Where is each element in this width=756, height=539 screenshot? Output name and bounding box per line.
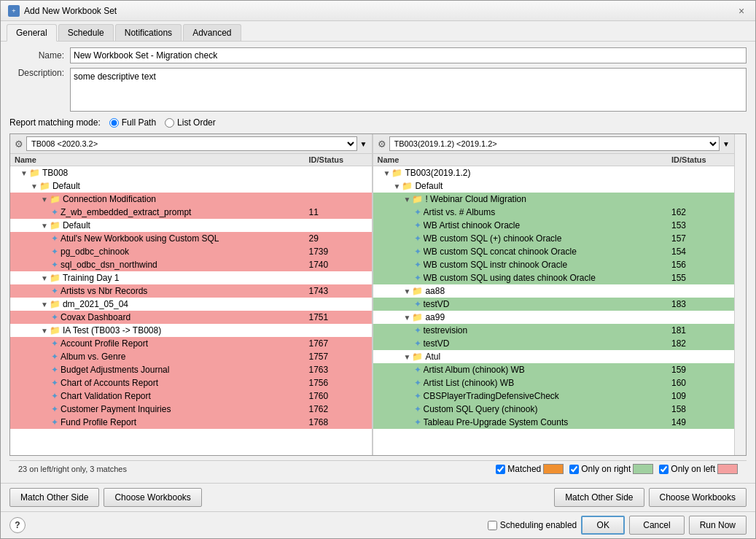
tree-row[interactable]: ▼📁! Webinar Cloud Migration — [373, 193, 735, 206]
tree-row[interactable]: ✦Z_wb_embedded_extract_prompt11 — [10, 206, 372, 219]
tree-row[interactable]: ✦Fund Profile Report1768 — [10, 416, 372, 429]
collapse-icon[interactable]: ▼ — [383, 169, 391, 177]
tree-row[interactable]: ✦testVD182 — [373, 337, 735, 350]
tree-label: Artist vs. # Albums — [424, 207, 672, 217]
tree-label: Covax Dashboard — [61, 312, 309, 322]
scheduling-checkbox[interactable] — [488, 521, 497, 530]
tab-general[interactable]: General — [7, 24, 57, 42]
tree-row[interactable]: ✦CBSPlayerTradingDefensiveCheck109 — [373, 389, 735, 403]
tab-notifications[interactable]: Notifications — [115, 24, 182, 41]
tree-row[interactable]: ✦WB custom SQL (+) chinook Oracle157 — [373, 232, 735, 245]
wb-icon: ✦ — [51, 404, 58, 414]
tree-label: Default — [52, 181, 309, 191]
tree-id: 1767 — [309, 338, 367, 349]
left-match-button[interactable]: Match Other Side — [9, 488, 99, 507]
left-dropdown-arrow[interactable]: ▼ — [360, 140, 367, 148]
tab-advanced[interactable]: Advanced — [183, 24, 241, 41]
right-col-id: ID/Status — [671, 155, 730, 164]
name-input[interactable] — [70, 47, 747, 63]
help-button[interactable]: ? — [9, 517, 26, 533]
left-dropdown[interactable]: TB008 <2020.3.2> — [26, 136, 357, 151]
wb-icon: ✦ — [414, 273, 421, 283]
tree-row[interactable]: ✦Artists vs Nbr Records1743 — [10, 284, 372, 298]
tree-row[interactable]: ✦Artist Album (chinook) WB159 — [373, 363, 735, 376]
tree-label: Budget Adjustments Journal — [61, 365, 309, 375]
tabs-bar: General Schedule Notifications Advanced — [1, 21, 755, 42]
tree-row[interactable]: ✦WB custom SQL using dates chinook Oracl… — [373, 271, 735, 284]
radio-list-order[interactable] — [165, 118, 174, 128]
ok-button[interactable]: OK — [581, 516, 625, 535]
right-dropdown[interactable]: TB003(2019.1.2) <2019.1.2> — [389, 136, 720, 151]
tree-row[interactable]: ✦Custom SQL Query (chinook)158 — [373, 403, 735, 416]
tree-id: 1743 — [309, 286, 367, 296]
collapse-icon[interactable]: ▼ — [404, 314, 411, 322]
collapse-icon[interactable]: ▼ — [41, 195, 48, 203]
tree-row[interactable]: ✦Artist vs. # Albums162 — [373, 206, 735, 219]
desc-input[interactable] — [70, 68, 747, 112]
collapse-icon[interactable]: ▼ — [394, 182, 401, 190]
collapse-icon[interactable]: ▼ — [41, 300, 48, 309]
tree-row[interactable]: ✦Tableau Pre-Upgrade System Counts149 — [373, 416, 735, 429]
tree-row[interactable]: ✦Album vs. Genre1757 — [10, 350, 372, 363]
tree-row[interactable]: ✦WB Artist chinook Oracle153 — [373, 219, 735, 232]
tree-row[interactable]: ✦sql_odbc_dsn_northwind1740 — [10, 258, 372, 271]
tree-row[interactable]: ✦Customer Payment Inquiries1762 — [10, 403, 372, 416]
collapse-icon[interactable]: ▼ — [20, 169, 28, 177]
only-left-checkbox[interactable] — [659, 465, 669, 474]
radio-full-path[interactable] — [109, 118, 119, 128]
tree-row[interactable]: ✦testVD183 — [373, 298, 735, 311]
collapse-icon[interactable]: ▼ — [41, 222, 48, 230]
wb-icon: ✦ — [51, 417, 58, 427]
right-choose-button[interactable]: Choose Workbooks — [649, 488, 747, 507]
tree-row[interactable]: ▼📁IA Test (TB003 -> TB008) — [10, 324, 372, 337]
tree-row[interactable]: ▼📁Training Day 1 — [10, 271, 372, 284]
tree-row[interactable]: ▼📁aa88 — [373, 284, 735, 298]
tree-row[interactable]: ✦WB custom SQL concat chinook Oracle154 — [373, 245, 735, 258]
collapse-icon[interactable]: ▼ — [404, 287, 411, 295]
right-scrollbar[interactable] — [734, 134, 746, 455]
tree-row[interactable]: ✦pg_odbc_chinook1739 — [10, 245, 372, 258]
tree-row[interactable]: ▼📁Connection Modification — [10, 193, 372, 206]
tree-row[interactable]: ▼📁Default — [373, 179, 735, 193]
tree-row[interactable]: ✦testrevision181 — [373, 324, 735, 337]
collapse-icon[interactable]: ▼ — [404, 195, 411, 203]
tree-row[interactable]: ▼📁Default — [10, 219, 372, 232]
collapse-icon[interactable]: ▼ — [31, 182, 38, 190]
tree-row[interactable]: ▼📁TB003(2019.1.2) — [373, 166, 735, 179]
cancel-button[interactable]: Cancel — [629, 516, 684, 535]
tree-id: 1740 — [309, 260, 367, 270]
radio-full-path-label[interactable]: Full Path — [109, 117, 156, 128]
tree-row[interactable]: ✦Budget Adjustments Journal1763 — [10, 363, 372, 376]
collapse-icon[interactable]: ▼ — [41, 274, 48, 282]
run-button[interactable]: Run Now — [689, 516, 747, 535]
footer-left: ? — [9, 517, 26, 533]
wb-icon: ✦ — [414, 260, 421, 270]
tree-row[interactable]: ✦Covax Dashboard1751 — [10, 311, 372, 324]
right-gear-icon[interactable]: ⚙ — [378, 139, 386, 150]
tree-row[interactable]: ✦Atul's New Workbook using Custom SQL29 — [10, 232, 372, 245]
tree-row[interactable]: ✦WB custom SQL instr chinook Oracle156 — [373, 258, 735, 271]
left-gear-icon[interactable]: ⚙ — [15, 139, 23, 150]
tree-row[interactable]: ✦Chart of Accounts Report1756 — [10, 376, 372, 389]
tree-row[interactable]: ▼📁Atul — [373, 350, 735, 363]
tree-row[interactable]: ✦Account Profile Report1767 — [10, 337, 372, 350]
right-tree[interactable]: ▼📁TB003(2019.1.2)▼📁Default▼📁! Webinar Cl… — [373, 166, 735, 455]
tab-schedule[interactable]: Schedule — [58, 24, 114, 41]
collapse-icon[interactable]: ▼ — [404, 353, 411, 361]
left-choose-button[interactable]: Choose Workbooks — [104, 488, 202, 507]
only-right-checkbox[interactable] — [569, 465, 579, 474]
tree-row[interactable]: ▼📁aa99 — [373, 311, 735, 324]
close-button[interactable]: × — [735, 4, 748, 18]
right-dropdown-arrow[interactable]: ▼ — [722, 140, 730, 148]
tree-label: dm_2021_05_04 — [63, 299, 309, 309]
radio-list-order-label[interactable]: List Order — [165, 117, 216, 128]
left-tree[interactable]: ▼📁TB008▼📁Default▼📁Connection Modificatio… — [10, 166, 372, 455]
tree-row[interactable]: ▼📁dm_2021_05_04 — [10, 298, 372, 311]
tree-row[interactable]: ▼📁TB008 — [10, 166, 372, 179]
collapse-icon[interactable]: ▼ — [41, 327, 48, 335]
right-match-button[interactable]: Match Other Side — [554, 488, 644, 507]
matched-checkbox[interactable] — [496, 465, 505, 474]
tree-row[interactable]: ▼📁Default — [10, 179, 372, 193]
tree-row[interactable]: ✦Chart Validation Report1760 — [10, 389, 372, 403]
tree-row[interactable]: ✦Artist List (chinook) WB160 — [373, 376, 735, 389]
